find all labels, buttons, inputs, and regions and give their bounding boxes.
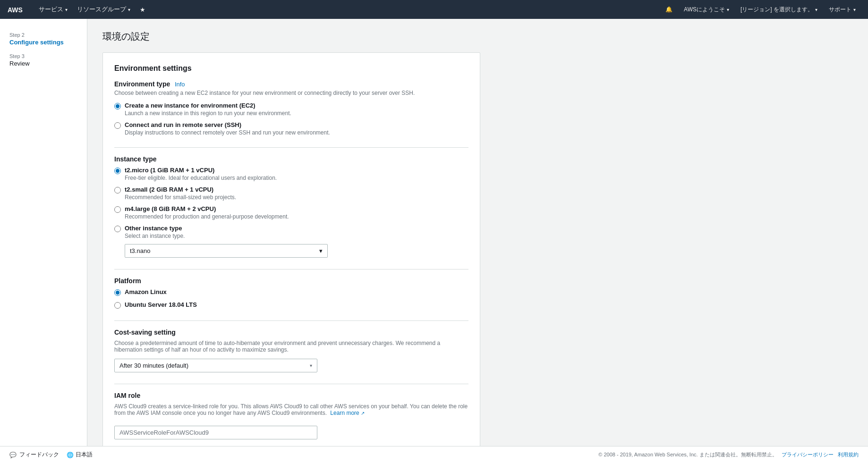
privacy-link[interactable]: プライバシーポリシー: [782, 452, 834, 457]
language-button[interactable]: 🌐 日本語: [67, 451, 93, 459]
option-ssh[interactable]: Connect and run in remote server (SSH) D…: [114, 121, 468, 136]
top-navigation: AWS サービス ▾ リソースグループ ▾ ★ 🔔 AWSにようこそ ▾ [リー…: [0, 0, 868, 19]
services-chevron-icon: ▾: [65, 7, 68, 12]
step3-label: Step 3: [9, 53, 77, 59]
option-t2small[interactable]: t2.small (2 GiB RAM + 1 vCPU) Recommende…: [114, 186, 468, 201]
cost-saving-section: Cost-saving setting Choose a predetermin…: [114, 328, 468, 372]
option-amazon-linux-title: Amazon Linux: [125, 288, 167, 295]
globe-icon: 🌐: [67, 452, 74, 458]
main-content: 環境の設定 Environment settings Environment t…: [87, 19, 868, 463]
radio-m4large[interactable]: [114, 206, 121, 213]
radio-amazon-linux[interactable]: [114, 289, 121, 296]
region-selector[interactable]: [リージョン] を選択します。 ▾: [736, 0, 822, 19]
option-t2micro-desc: Free-tier eligible. Ideal for educationa…: [125, 175, 277, 181]
radio-ubuntu[interactable]: [114, 302, 121, 309]
radio-other-instance[interactable]: [114, 226, 121, 232]
instance-dropdown-value: t3.nano: [130, 247, 150, 254]
option-m4large-title: m4.large (8 GiB RAM + 2 vCPU): [125, 205, 289, 212]
environment-type-description: Choose between creating a new EC2 instan…: [114, 90, 468, 96]
cost-saving-arrow-icon: ▾: [310, 363, 312, 368]
option-other-instance-desc: Select an instance type.: [125, 233, 185, 239]
option-ec2-title: Create a new instance for environment (E…: [125, 102, 291, 109]
option-ec2[interactable]: Create a new instance for environment (E…: [114, 102, 468, 117]
option-ubuntu-title: Ubuntu Server 18.04 LTS: [125, 301, 197, 308]
sidebar-step2: Step 2 Configure settings: [0, 28, 87, 50]
page-title: 環境の設定: [102, 30, 853, 43]
aws-logo: AWS: [8, 4, 26, 15]
instance-type-label: Instance type: [114, 155, 468, 163]
cost-saving-description: Choose a predetermined amount of time to…: [114, 340, 468, 353]
environment-type-label: Environment type: [114, 80, 170, 88]
sidebar-step3: Step 3 Review: [0, 50, 87, 71]
form-card: Environment settings Environment type In…: [102, 52, 480, 463]
option-t2micro[interactable]: t2.micro (1 GiB RAM + 1 vCPU) Free-tier …: [114, 167, 468, 181]
iam-role-description: AWS Cloud9 creates a service-linked role…: [114, 403, 468, 416]
star-icon: ★: [140, 6, 145, 13]
resource-groups-chevron-icon: ▾: [128, 7, 130, 12]
region-chevron-icon: ▾: [815, 7, 817, 12]
bell-icon: 🔔: [665, 6, 672, 13]
option-other-instance[interactable]: Other instance type Select an instance t…: [114, 225, 468, 239]
radio-t2small[interactable]: [114, 187, 121, 194]
aws-welcome-menu[interactable]: AWSにようこそ ▾: [679, 0, 734, 19]
option-t2small-title: t2.small (2 GiB RAM + 1 vCPU): [125, 186, 236, 193]
step2-label: Step 2: [9, 32, 77, 38]
option-ssh-desc: Display instructions to connect remotely…: [125, 129, 330, 136]
radio-ssh[interactable]: [114, 122, 121, 129]
welcome-chevron-icon: ▾: [727, 7, 729, 12]
bottom-bar: 💬 フィードバック 🌐 日本語 © 2008 - 2019, Amazon We…: [0, 446, 868, 463]
support-chevron-icon: ▾: [853, 7, 856, 12]
services-menu[interactable]: サービス ▾: [34, 0, 72, 19]
iam-role-label: IAM role: [114, 392, 468, 399]
option-ssh-title: Connect and run in remote server (SSH): [125, 121, 330, 128]
cost-saving-value: After 30 minutes (default): [119, 362, 188, 369]
platform-label: Platform: [114, 277, 468, 285]
radio-ec2[interactable]: [114, 103, 121, 109]
option-ec2-desc: Launch a new instance in this region to …: [125, 110, 291, 117]
instance-dropdown-arrow-icon: ▾: [319, 247, 323, 254]
info-link[interactable]: Info: [175, 81, 185, 88]
environment-type-section: Environment type Info Choose between cre…: [114, 80, 468, 136]
option-other-instance-title: Other instance type: [125, 225, 185, 232]
nav-right: 🔔 AWSにようこそ ▾ [リージョン] を選択します。 ▾ サポート ▾: [661, 0, 860, 19]
step3-name: Review: [9, 60, 77, 67]
iam-role-section: IAM role AWS Cloud9 creates a service-li…: [114, 392, 468, 439]
support-menu[interactable]: サポート ▾: [824, 0, 860, 19]
copyright-text: © 2008 - 2019, Amazon Web Services, Inc.…: [598, 451, 859, 458]
cost-saving-dropdown[interactable]: After 30 minutes (default) ▾: [114, 359, 317, 372]
radio-t2micro[interactable]: [114, 168, 121, 174]
chat-icon: 💬: [9, 452, 17, 458]
terms-link[interactable]: 利用規約: [838, 452, 859, 457]
favorites-button[interactable]: ★: [135, 0, 150, 19]
option-t2micro-title: t2.micro (1 GiB RAM + 1 vCPU): [125, 167, 277, 174]
svg-text:AWS: AWS: [8, 6, 23, 14]
option-ubuntu[interactable]: Ubuntu Server 18.04 LTS: [114, 301, 468, 309]
option-t2small-desc: Recommended for small-sized web projects…: [125, 194, 236, 201]
cost-saving-label: Cost-saving setting: [114, 328, 468, 336]
sidebar: Step 2 Configure settings Step 3 Review: [0, 19, 87, 463]
platform-section: Platform Amazon Linux Ubuntu Server 18.0…: [114, 277, 468, 309]
feedback-button[interactable]: 💬 フィードバック: [9, 451, 59, 459]
resource-groups-menu[interactable]: リソースグループ ▾: [72, 0, 135, 19]
option-amazon-linux[interactable]: Amazon Linux: [114, 288, 468, 296]
option-m4large[interactable]: m4.large (8 GiB RAM + 2 vCPU) Recommende…: [114, 205, 468, 220]
instance-type-dropdown[interactable]: t3.nano ▾: [125, 244, 328, 258]
iam-role-input[interactable]: [114, 426, 317, 439]
option-m4large-desc: Recommended for production and general-p…: [125, 213, 289, 220]
step2-name: Configure settings: [9, 39, 77, 46]
notifications-button[interactable]: 🔔: [661, 0, 677, 19]
learn-more-link[interactable]: Learn more: [330, 410, 364, 416]
section-title: Environment settings: [114, 64, 468, 73]
instance-type-section: Instance type t2.micro (1 GiB RAM + 1 vC…: [114, 155, 468, 258]
